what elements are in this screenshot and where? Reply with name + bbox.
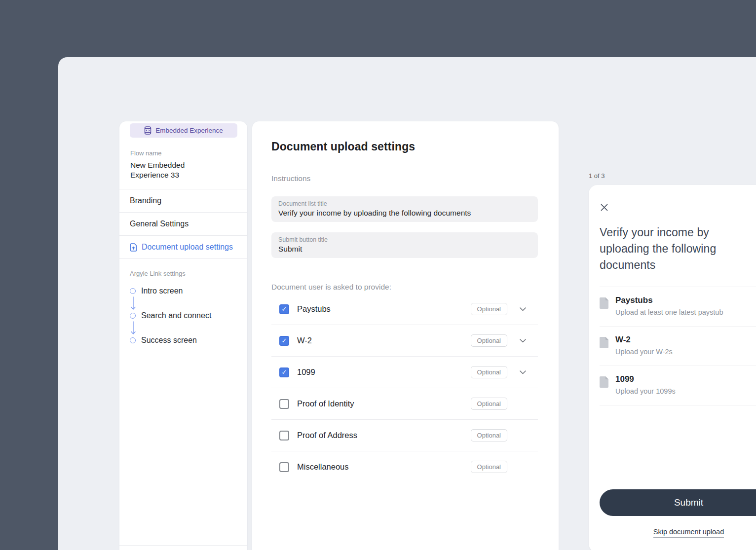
submit-button-title-field[interactable]: Submit button title Submit xyxy=(271,232,538,258)
expand-toggle[interactable] xyxy=(507,307,538,311)
expand-toggle xyxy=(507,465,538,469)
document-checkbox[interactable]: ✓ xyxy=(279,304,289,314)
sidebar-item-label: General Settings xyxy=(130,220,189,228)
document-icon xyxy=(600,295,609,309)
link-settings-label: Argyle Link settings xyxy=(130,270,247,277)
document-icon xyxy=(600,374,609,388)
sidebar-item-document-upload-settings[interactable]: Document upload settings xyxy=(119,235,247,259)
field-value: Verify your income by uploading the foll… xyxy=(278,209,531,218)
step-circle-icon xyxy=(130,337,136,343)
close-button[interactable] xyxy=(600,203,608,212)
check-icon: ✓ xyxy=(282,337,287,344)
document-icon xyxy=(600,335,609,348)
preview-item-subtitle: Upload at least one latest paystub xyxy=(615,308,723,316)
preview-item-paystubs[interactable]: Paystubs Upload at least one latest pays… xyxy=(600,287,756,327)
optional-badge[interactable]: Optional xyxy=(471,429,507,441)
expand-toggle xyxy=(507,434,538,438)
sidebar-item-general-settings[interactable]: General Settings xyxy=(119,212,247,235)
screen: Embedded Experience Flow name New Embedd… xyxy=(0,0,756,550)
workspace-panel: Embedded Experience Flow name New Embedd… xyxy=(58,57,756,550)
document-label: Proof of Identity xyxy=(297,399,471,408)
chevron-down-icon xyxy=(520,370,526,374)
optional-badge[interactable]: Optional xyxy=(471,334,507,347)
document-label: W-2 xyxy=(297,336,471,345)
optional-badge[interactable]: Optional xyxy=(471,398,507,410)
document-list-title-field[interactable]: Document list title Verify your income b… xyxy=(271,196,538,222)
preview-item-title: Paystubs xyxy=(615,295,756,305)
step-success-screen[interactable]: Success screen xyxy=(130,335,247,345)
document-list-label: Document user is asked to provide: xyxy=(271,283,538,292)
step-search-and-connect[interactable]: Search and connect xyxy=(130,311,247,321)
chevron-down-icon xyxy=(520,339,526,343)
expand-toggle[interactable] xyxy=(507,339,538,343)
spacer xyxy=(600,405,756,489)
preview-item-subtitle: Upload your 1099s xyxy=(615,387,676,395)
document-checkbox[interactable]: ✓ xyxy=(279,367,289,377)
document-label: Paystubs xyxy=(297,304,471,314)
page-indicator: 1 of 3 xyxy=(589,172,752,180)
step-label: Success screen xyxy=(141,336,197,345)
optional-badge[interactable]: Optional xyxy=(471,303,507,315)
document-label: Proof of Address xyxy=(297,431,471,440)
submit-button[interactable]: Submit xyxy=(600,489,756,516)
check-icon: ✓ xyxy=(282,306,287,312)
step-circle-icon xyxy=(130,313,136,319)
document-row-proof-of-address: ✓ Proof of Address Optional xyxy=(271,420,538,451)
step-label: Search and connect xyxy=(141,311,211,320)
document-row-paystubs: ✓ Paystubs Optional xyxy=(271,293,538,325)
expand-toggle xyxy=(507,402,538,406)
preview-item-1099[interactable]: 1099 Upload your 1099s xyxy=(600,366,756,405)
expand-toggle[interactable] xyxy=(507,370,538,374)
preview-item-w2[interactable]: W-2 Upload your W-2s xyxy=(600,327,756,366)
document-label: Miscellaneous xyxy=(297,462,471,472)
close-icon xyxy=(601,204,608,211)
document-row-1099: ✓ 1099 Optional xyxy=(271,357,538,388)
chevron-down-icon xyxy=(520,307,526,311)
field-label: Document list title xyxy=(278,200,531,207)
instructions-label: Instructions xyxy=(271,174,538,183)
step-label: Intro screen xyxy=(141,287,183,295)
flow-type-badge-label: Embedded Experience xyxy=(155,127,223,134)
step-intro-screen[interactable]: Intro screen xyxy=(130,286,247,296)
flow-type-badge: Embedded Experience xyxy=(130,123,237,138)
main-panel: Document upload settings Instructions Do… xyxy=(252,121,559,550)
field-value: Submit xyxy=(278,245,531,254)
flow-name-block: Flow name New Embedded Experience 33 xyxy=(119,138,247,189)
sidebar-item-label: Document upload settings xyxy=(142,243,233,252)
sidebar: Embedded Experience Flow name New Embedd… xyxy=(119,121,247,550)
preview-item-subtitle: Upload your W-2s xyxy=(615,348,673,356)
optional-badge[interactable]: Optional xyxy=(471,366,507,378)
argyle-link-settings: Argyle Link settings Intro screen Search… xyxy=(119,259,247,345)
preview-item-title: 1099 xyxy=(615,374,756,384)
document-checkbox[interactable]: ✓ xyxy=(279,462,289,472)
document-label: 1099 xyxy=(297,367,471,377)
sidebar-footer: Preview ↓ Save ← Back to Flows xyxy=(119,545,247,550)
step-arrow-icon xyxy=(130,296,247,311)
document-upload-icon xyxy=(130,243,137,252)
sidebar-item-label: Branding xyxy=(130,196,161,205)
document-checkbox[interactable]: ✓ xyxy=(279,399,289,409)
preview-item-title: W-2 xyxy=(615,335,756,345)
check-icon: ✓ xyxy=(282,369,287,375)
preview-pager: 1 of 3 xyxy=(589,171,756,181)
document-checkbox[interactable]: ✓ xyxy=(279,336,289,346)
step-circle-icon xyxy=(130,288,136,294)
document-row-proof-of-identity: ✓ Proof of Identity Optional xyxy=(271,388,538,420)
step-arrow-icon xyxy=(130,321,247,335)
skip-document-upload-link[interactable]: Skip document upload xyxy=(653,528,724,538)
embedded-experience-icon xyxy=(144,126,151,135)
flow-name-value: New Embedded Experience 33 xyxy=(130,160,222,180)
document-checkbox[interactable]: ✓ xyxy=(279,431,289,440)
document-row-w2: ✓ W-2 Optional xyxy=(271,325,538,357)
page-title: Document upload settings xyxy=(271,140,538,153)
optional-badge[interactable]: Optional xyxy=(471,461,507,473)
preview-column: 1 of 3 Verify your income by uploading t… xyxy=(589,171,756,550)
preview-document-list: Paystubs Upload at least one latest pays… xyxy=(600,287,756,405)
field-label: Submit button title xyxy=(278,236,531,243)
flow-name-label: Flow name xyxy=(130,149,236,157)
document-row-miscellaneous: ✓ Miscellaneous Optional xyxy=(271,451,538,482)
sidebar-item-branding[interactable]: Branding xyxy=(119,189,247,212)
preview-title: Verify your income by uploading the foll… xyxy=(600,224,745,273)
preview-card: Verify your income by uploading the foll… xyxy=(589,185,756,550)
